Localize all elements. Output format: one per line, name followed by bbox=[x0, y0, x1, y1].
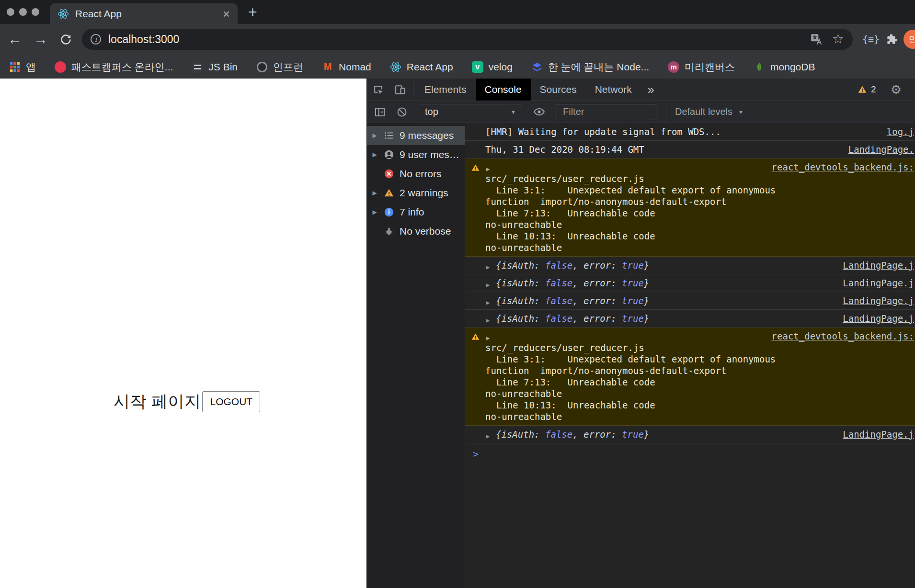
devtools-tabbar: Elements Console Sources Network » 2 ⚙ bbox=[367, 79, 915, 101]
divider bbox=[666, 106, 666, 118]
source-link[interactable]: LandingPage.j bbox=[836, 277, 914, 289]
clear-console-icon[interactable] bbox=[392, 101, 412, 123]
more-tabs-icon[interactable]: » bbox=[641, 83, 661, 97]
bookmark-label: React App bbox=[407, 61, 453, 73]
site-info-icon[interactable]: i bbox=[91, 34, 101, 45]
boolean-value: false bbox=[545, 295, 572, 306]
fastcampus-favicon-icon bbox=[54, 61, 67, 73]
source-link[interactable]: react_devtools_backend.js: bbox=[485, 330, 914, 342]
sidebar-item-info[interactable]: ▶ 7 info bbox=[367, 203, 465, 222]
minimize-window-button[interactable] bbox=[19, 8, 27, 16]
close-window-button[interactable] bbox=[7, 8, 14, 16]
bookmark-apps[interactable]: 앱 bbox=[9, 60, 36, 74]
source-link[interactable]: LandingPage. bbox=[842, 144, 914, 155]
messages-list-icon bbox=[383, 130, 395, 141]
bookmark-label: Nomad bbox=[339, 61, 371, 73]
expand-triangle-icon[interactable]: ▶ bbox=[486, 297, 490, 308]
bookmark-mongodb[interactable]: mongoDB bbox=[753, 61, 815, 73]
bookmark-nomad[interactable]: M Nomad bbox=[321, 61, 371, 73]
window-controls bbox=[0, 8, 50, 16]
expand-triangle-icon[interactable]: ▶ bbox=[371, 132, 378, 139]
boolean-value: true bbox=[622, 278, 644, 288]
boolean-value: false bbox=[545, 260, 572, 271]
bookmark-jsbin[interactable]: JS Bin bbox=[191, 61, 238, 73]
warning-count: 2 bbox=[871, 84, 876, 95]
expand-triangle-icon[interactable]: ▶ bbox=[486, 315, 490, 326]
extension-brace-icon[interactable]: {≡} bbox=[862, 34, 880, 45]
profile-avatar[interactable]: 민 bbox=[904, 30, 915, 49]
url-text[interactable]: localhost:3000 bbox=[108, 33, 801, 46]
warning-icon bbox=[471, 163, 480, 172]
forward-button[interactable]: → bbox=[34, 32, 48, 46]
bookmark-inflearn[interactable]: 인프런 bbox=[256, 60, 303, 74]
translate-icon[interactable] bbox=[810, 33, 823, 45]
sidebar-item-messages[interactable]: ▶ 9 messages bbox=[367, 126, 465, 145]
warning-badge[interactable]: 2 bbox=[858, 84, 876, 95]
bookmark-velog[interactable]: v velog bbox=[471, 61, 513, 73]
inspect-element-icon[interactable] bbox=[367, 79, 389, 101]
console-sidebar-toggle-icon[interactable] bbox=[370, 101, 390, 123]
bookmark-node-course[interactable]: 한 눈에 끝내는 Node... bbox=[531, 60, 649, 74]
expand-triangle-icon[interactable]: ▶ bbox=[486, 279, 490, 291]
source-link[interactable]: LandingPage.j bbox=[836, 313, 914, 324]
live-expression-eye-icon[interactable] bbox=[529, 101, 549, 123]
source-link[interactable]: LandingPage.j bbox=[836, 295, 914, 306]
new-tab-button[interactable]: + bbox=[248, 4, 257, 20]
source-link[interactable]: LandingPage.j bbox=[836, 429, 914, 440]
levels-dropdown[interactable]: Default levels ▼ bbox=[675, 106, 743, 117]
source-link[interactable]: log.j bbox=[880, 126, 914, 137]
object-preview[interactable]: {isAuth: false, error: true} bbox=[496, 295, 649, 306]
tab-sources[interactable]: Sources bbox=[531, 79, 586, 101]
extensions-puzzle-icon[interactable] bbox=[885, 33, 898, 45]
object-preview[interactable]: {isAuth: false, error: true} bbox=[496, 277, 649, 289]
expand-triangle-icon[interactable]: ▶ bbox=[486, 332, 490, 344]
bookmark-label: 패스트캠퍼스 온라인... bbox=[71, 60, 173, 74]
tab-elements[interactable]: Elements bbox=[415, 79, 476, 101]
miricanvas-favicon-icon: m bbox=[667, 61, 680, 73]
close-tab-icon[interactable]: × bbox=[223, 8, 230, 20]
address-bar[interactable]: i localhost:3000 ☆ bbox=[82, 29, 853, 50]
expand-triangle-icon[interactable]: ▶ bbox=[371, 190, 378, 196]
filter-input[interactable] bbox=[557, 104, 656, 120]
info-icon bbox=[383, 206, 395, 218]
page-body: 시작 페이지 LOGOUT bbox=[114, 391, 260, 413]
context-selector[interactable]: top ▼ bbox=[419, 104, 522, 120]
web-page: 시작 페이지 LOGOUT bbox=[0, 79, 366, 588]
expand-triangle-icon[interactable]: ▶ bbox=[486, 261, 490, 273]
browser-window: React App × + ← → i localhost:3000 ☆ {≡}… bbox=[0, 0, 915, 588]
browser-tab[interactable]: React App × bbox=[50, 3, 238, 24]
source-link[interactable]: LandingPage.j bbox=[836, 260, 914, 271]
settings-gear-icon[interactable]: ⚙ bbox=[891, 83, 902, 96]
sidebar-item-verbose[interactable]: No verbose bbox=[367, 222, 465, 241]
bookmark-fastcampus[interactable]: 패스트캠퍼스 온라인... bbox=[54, 60, 173, 74]
console-toolbar: top ▼ Default levels ▼ bbox=[367, 101, 915, 123]
errors-icon bbox=[383, 168, 395, 180]
device-toolbar-icon[interactable] bbox=[389, 79, 411, 101]
reload-icon[interactable] bbox=[59, 33, 72, 46]
bookmark-miricanvas[interactable]: m 미리캔버스 bbox=[667, 60, 735, 74]
back-button[interactable]: ← bbox=[8, 32, 22, 46]
tab-network[interactable]: Network bbox=[586, 79, 641, 101]
object-preview[interactable]: {isAuth: false, error: true} bbox=[496, 260, 649, 271]
devtools-panel: Elements Console Sources Network » 2 ⚙ bbox=[366, 79, 915, 588]
apps-grid-icon bbox=[9, 61, 21, 73]
console-prompt[interactable]: > bbox=[465, 443, 915, 460]
source-link[interactable]: react_devtools_backend.js: bbox=[485, 161, 914, 173]
expand-triangle-icon[interactable]: ▶ bbox=[371, 209, 378, 215]
tab-console[interactable]: Console bbox=[476, 79, 531, 101]
bookmark-react-app[interactable]: React App bbox=[389, 61, 453, 73]
sidebar-item-errors[interactable]: No errors bbox=[367, 164, 465, 183]
object-preview[interactable]: {isAuth: false, error: true} bbox=[496, 313, 649, 324]
sidebar-item-warnings[interactable]: ▶ 2 warnings bbox=[367, 183, 465, 203]
sidebar-item-user-messages[interactable]: ▶ 9 user mes… bbox=[367, 145, 465, 164]
sidebar-item-label: 9 user mes… bbox=[400, 149, 459, 160]
bookmarks-bar: 앱 패스트캠퍼스 온라인... JS Bin 인프런 M Nomad React… bbox=[0, 55, 915, 79]
object-preview[interactable]: {isAuth: false, error: true} bbox=[496, 429, 649, 440]
expand-triangle-icon[interactable]: ▶ bbox=[486, 163, 490, 175]
expand-triangle-icon[interactable]: ▶ bbox=[486, 430, 490, 442]
expand-triangle-icon[interactable]: ▶ bbox=[371, 151, 378, 158]
console-log-text: Thu, 31 Dec 2020 08:19:44 GMT bbox=[485, 144, 644, 155]
fullscreen-window-button[interactable] bbox=[32, 8, 39, 16]
bookmark-star-icon[interactable]: ☆ bbox=[832, 33, 844, 46]
logout-button[interactable]: LOGOUT bbox=[202, 391, 260, 412]
